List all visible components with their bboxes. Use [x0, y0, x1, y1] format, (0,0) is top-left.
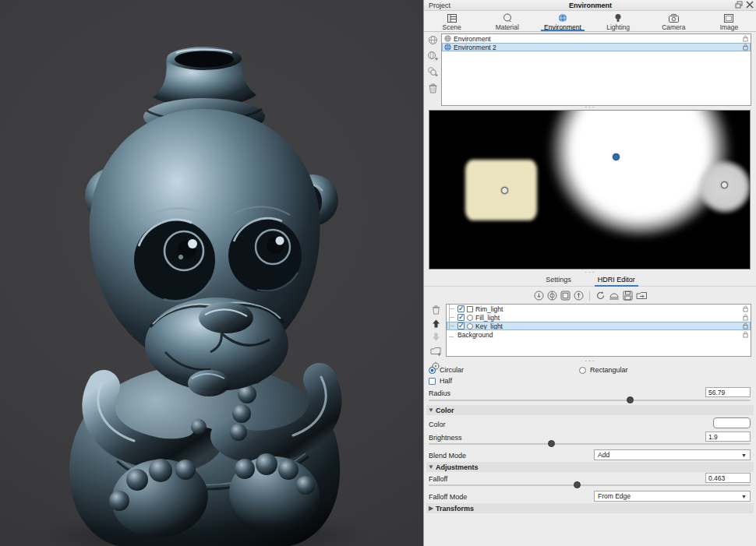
lock-icon[interactable]	[743, 305, 748, 312]
tree-branch	[449, 322, 455, 330]
camera-icon	[669, 13, 679, 23]
circular-shape-icon	[467, 323, 473, 329]
chevron-right-icon: ▶	[426, 505, 436, 512]
color-row: Color	[429, 421, 751, 428]
environment-subtabs: Settings HDRI Editor	[424, 274, 756, 287]
bear-bottle-render	[0, 0, 423, 546]
move-up-icon[interactable]	[429, 317, 442, 329]
chevron-down-icon: ▼	[741, 453, 747, 458]
main-tabbar: Scene Material Environment Lighting	[424, 11, 756, 32]
delete-environment-icon[interactable]	[426, 82, 439, 94]
light-visibility-checkbox[interactable]	[457, 322, 465, 329]
environment-list-item[interactable]: Environment	[442, 34, 751, 43]
brightness-slider[interactable]	[429, 440, 751, 447]
lock-icon[interactable]	[743, 35, 748, 42]
blend-mode-select[interactable]: Add ▼	[594, 449, 751, 460]
light-visibility-checkbox[interactable]	[457, 305, 465, 312]
delete-light-icon[interactable]	[429, 304, 442, 316]
globe-pin-icon[interactable]	[547, 291, 557, 301]
save-as-icon[interactable]	[636, 291, 648, 301]
move-down-icon[interactable]	[429, 330, 442, 343]
close-icon[interactable]	[746, 1, 754, 9]
splitter-handle[interactable]: ···	[424, 105, 756, 109]
tab-lighting[interactable]: Lighting	[591, 11, 646, 31]
color-label: Color	[429, 421, 446, 428]
fill-light-pin[interactable]	[501, 187, 508, 194]
half-pin-icon[interactable]	[574, 291, 584, 301]
light-row-fill[interactable]: Fill_light	[447, 313, 751, 322]
light-pin-icon[interactable]	[534, 291, 544, 301]
image-pin-icon[interactable]	[560, 291, 571, 301]
image-icon	[724, 13, 733, 23]
tab-scene[interactable]: Scene	[424, 11, 479, 31]
lock-icon[interactable]	[743, 331, 748, 338]
lights-list[interactable]: Rim_light Fill_light Key_light Backgroun…	[446, 304, 751, 357]
add-environment-icon[interactable]	[426, 50, 439, 62]
save-icon[interactable]	[623, 291, 633, 301]
circular-radio[interactable]	[429, 367, 436, 374]
environment-sphere-icon	[444, 35, 451, 42]
material-icon	[503, 13, 512, 23]
subtab-hdri-editor[interactable]: HDRI Editor	[595, 274, 638, 286]
adjustments-section-header[interactable]: ▼ Adjustments	[426, 462, 754, 472]
key-light-pin[interactable]	[613, 153, 620, 160]
chevron-down-icon: ▼	[426, 463, 436, 470]
falloff-slider[interactable]	[429, 481, 751, 488]
rectangular-label: Rectangular	[590, 366, 628, 374]
tab-camera[interactable]: Camera	[646, 11, 701, 31]
duplicate-environment-icon[interactable]	[426, 65, 439, 78]
circular-shape-icon	[467, 315, 473, 321]
add-image-light-icon[interactable]	[429, 345, 442, 358]
light-visibility-checkbox[interactable]	[457, 314, 465, 321]
rim-light-pin[interactable]	[721, 181, 728, 188]
lock-icon[interactable]	[743, 44, 748, 51]
radius-slider[interactable]	[429, 396, 751, 403]
light-row-background[interactable]: Background	[447, 330, 751, 339]
slider-handle[interactable]	[548, 440, 555, 447]
environment-list-item[interactable]: Environment 2	[442, 43, 751, 51]
color-swatch[interactable]	[713, 417, 751, 428]
environment-toolbar	[426, 33, 439, 94]
environment-sphere-icon[interactable]	[426, 33, 439, 46]
tree-branch	[449, 333, 455, 337]
dome-icon[interactable]	[609, 291, 620, 301]
half-checkbox[interactable]	[429, 378, 436, 385]
circular-label: Circular	[440, 366, 464, 374]
falloff-mode-select[interactable]: From Edge ▼	[594, 491, 751, 502]
lock-icon[interactable]	[743, 314, 748, 321]
hdri-editor-toolbar	[424, 289, 756, 302]
lock-icon[interactable]	[743, 322, 748, 329]
slider-handle[interactable]	[574, 481, 581, 488]
shape-options-row: Circular Rectangular	[429, 366, 751, 374]
slider-track	[429, 400, 751, 401]
panel-titlebar[interactable]: Project Environment	[424, 0, 756, 11]
lightbulb-icon	[614, 13, 622, 23]
tab-material[interactable]: Material	[479, 11, 535, 31]
blend-mode-label: Blend Mode	[429, 452, 466, 460]
light-row-rim[interactable]: Rim_light	[447, 305, 751, 313]
subtab-settings[interactable]: Settings	[542, 274, 574, 286]
slider-handle[interactable]	[627, 396, 634, 403]
panel-title: Environment	[424, 2, 756, 9]
half-row: Half	[429, 377, 751, 385]
slider-track	[429, 484, 751, 486]
light-row-key[interactable]: Key_light	[447, 322, 751, 330]
chevron-down-icon: ▼	[426, 407, 436, 414]
environment-list[interactable]: Environment Environment 2	[441, 33, 751, 106]
rectangular-radio[interactable]	[579, 367, 586, 374]
splitter-handle[interactable]: ···	[424, 359, 756, 363]
slider-track	[429, 443, 751, 445]
toolbar-divider	[589, 291, 590, 301]
color-section-header[interactable]: ▼ Color	[426, 405, 754, 415]
rotate-icon[interactable]	[595, 291, 606, 301]
hdri-preview-canvas[interactable]	[429, 110, 751, 269]
viewport-3d[interactable]	[0, 0, 423, 546]
tree-branch	[449, 305, 455, 313]
tree-branch	[449, 313, 455, 322]
half-label: Half	[440, 377, 452, 385]
tab-image[interactable]: Image	[701, 11, 756, 31]
falloff-mode-row: Falloff Mode From Edge ▼	[429, 493, 751, 501]
transforms-section-header[interactable]: ▶ Transforms	[426, 503, 754, 513]
float-panel-icon[interactable]	[735, 1, 743, 9]
tab-environment[interactable]: Environment	[535, 11, 590, 31]
